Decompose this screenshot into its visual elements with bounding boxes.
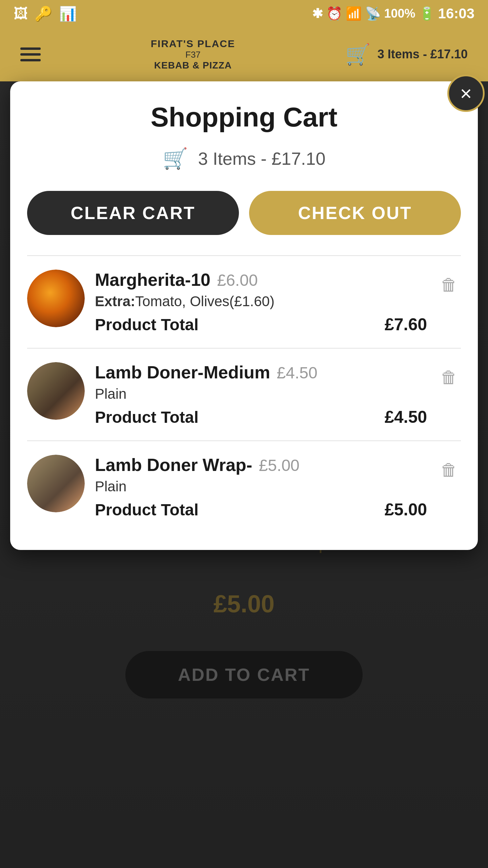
key-icon: 🔑	[35, 5, 52, 22]
gallery-icon: 🖼	[14, 5, 28, 22]
alarm-icon: ⏰	[326, 6, 342, 21]
time-display: 16:03	[438, 5, 474, 22]
battery-percent: 100%	[384, 6, 415, 21]
cart-item-3-total-row: Product Total £5.00	[95, 500, 427, 519]
cart-item-2-total-value: £4.50	[385, 407, 427, 427]
cart-item-2: Lamb Doner-Medium £4.50 Plain Product To…	[27, 348, 461, 440]
cart-item-1-name: Margherita-10	[95, 270, 210, 290]
cart-summary-text: 3 Items - £17.10	[198, 149, 326, 169]
cart-nav-button[interactable]: 🛒 3 Items - £17.10	[345, 42, 468, 66]
top-nav: FIRAT'S PLACE F37 KEBAB & PIZZA 🛒 3 Item…	[0, 27, 488, 81]
cart-item-2-base-price: £4.50	[277, 364, 318, 382]
cart-item-1-image	[27, 270, 85, 327]
trash-icon-2: 🗑	[441, 368, 458, 387]
chart-icon: 📊	[59, 5, 77, 22]
cart-item-3-base-price: £5.00	[259, 456, 300, 474]
cart-item-3-details: Lamb Doner Wrap- £5.00 Plain Product Tot…	[95, 455, 427, 519]
checkout-button[interactable]: CHECK OUT	[249, 191, 461, 235]
pizza-image	[27, 270, 85, 327]
cart-item-3-total-value: £5.00	[385, 500, 427, 519]
close-modal-button[interactable]: ×	[447, 75, 485, 112]
clear-cart-button[interactable]: CLEAR CART	[27, 191, 239, 235]
cart-item-1-total-label: Product Total	[95, 315, 199, 334]
cart-item-2-total-row: Product Total £4.50	[95, 407, 427, 427]
status-bar-right-icons: ✱ ⏰ 📶 📡 100% 🔋 16:03	[312, 5, 475, 22]
cart-item-3-image	[27, 455, 85, 512]
close-icon: ×	[460, 82, 472, 105]
cart-item-3: Lamb Doner Wrap- £5.00 Plain Product Tot…	[27, 440, 461, 533]
cart-summary-icon: 🛒	[163, 146, 188, 171]
cart-item-1-extra: Extra:Tomato, Olives(£1.60)	[95, 293, 427, 310]
kebab-image	[27, 362, 85, 420]
delete-cart-item-1-button[interactable]: 🗑	[437, 273, 461, 297]
shopping-cart-modal: × Shopping Cart 🛒 3 Items - £17.10 CLEAR…	[10, 81, 478, 550]
cart-item-1: Margherita-10 £6.00 Extra:Tomato, Olives…	[27, 255, 461, 348]
logo-line2: KEBAB & PIZZA	[151, 60, 235, 71]
signal-icon: 📡	[365, 6, 381, 21]
hamburger-menu-button[interactable]	[20, 47, 41, 61]
delete-cart-item-3-button[interactable]: 🗑	[437, 458, 461, 482]
wifi-icon: 📶	[346, 6, 362, 21]
logo-sub: F37	[151, 50, 235, 60]
cart-item-1-base-price: £6.00	[217, 271, 258, 289]
status-bar-left-icons: 🖼 🔑 📊	[14, 5, 77, 22]
cart-modal-title: Shopping Cart	[27, 102, 461, 133]
cart-nav-summary: 3 Items - £17.10	[378, 47, 468, 61]
battery-icon: 🔋	[419, 6, 435, 21]
delete-cart-item-2-button[interactable]: 🗑	[437, 366, 461, 389]
cart-action-buttons: CLEAR CART CHECK OUT	[27, 191, 461, 235]
cart-item-2-extra: Plain	[95, 386, 427, 402]
cart-nav-icon: 🛒	[345, 42, 371, 66]
cart-item-2-name: Lamb Doner-Medium	[95, 362, 270, 382]
trash-icon-3: 🗑	[441, 460, 458, 480]
cart-item-2-image	[27, 362, 85, 420]
cart-item-3-extra: Plain	[95, 478, 427, 495]
cart-item-1-total-row: Product Total £7.60	[95, 315, 427, 334]
cart-item-3-total-label: Product Total	[95, 500, 199, 519]
cart-item-2-total-label: Product Total	[95, 408, 199, 427]
cart-item-1-details: Margherita-10 £6.00 Extra:Tomato, Olives…	[95, 270, 427, 334]
cart-item-3-name: Lamb Doner Wrap-	[95, 455, 252, 475]
wrap-image	[27, 455, 85, 512]
logo-line1: FIRAT'S PLACE	[151, 38, 235, 50]
trash-icon-1: 🗑	[441, 275, 458, 295]
cart-item-count-summary: 🛒 3 Items - £17.10	[27, 146, 461, 171]
status-bar: 🖼 🔑 📊 ✱ ⏰ 📶 📡 100% 🔋 16:03	[0, 0, 488, 27]
cart-item-2-details: Lamb Doner-Medium £4.50 Plain Product To…	[95, 362, 427, 427]
bluetooth-icon: ✱	[312, 6, 323, 21]
cart-item-1-total-value: £7.60	[385, 315, 427, 334]
logo-area: FIRAT'S PLACE F37 KEBAB & PIZZA	[151, 38, 235, 71]
